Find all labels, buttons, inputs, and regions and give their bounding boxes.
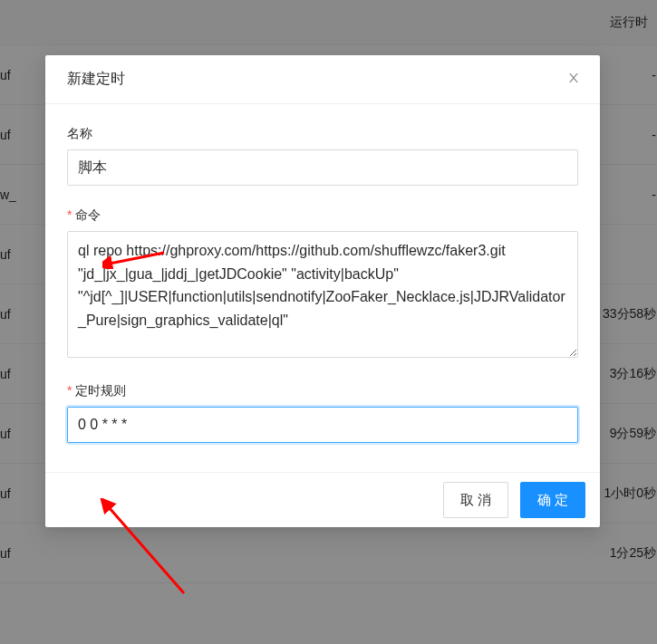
close-button[interactable]	[564, 70, 584, 90]
modal-header: 新建定时	[45, 55, 600, 104]
confirm-button[interactable]: 确 定	[520, 482, 585, 518]
form-item-command: 命令	[67, 207, 578, 361]
command-input[interactable]	[67, 231, 578, 358]
modal-title: 新建定时	[67, 70, 578, 89]
modal-footer: 取 消 确 定	[45, 472, 600, 527]
modal-body: 名称 命令 定时规则	[45, 104, 600, 472]
schedule-input[interactable]	[67, 407, 578, 443]
form-item-schedule: 定时规则	[67, 383, 578, 443]
schedule-label: 定时规则	[67, 383, 578, 399]
name-label: 名称	[67, 126, 578, 142]
close-icon	[566, 71, 581, 89]
command-label: 命令	[67, 207, 578, 224]
form-item-name: 名称	[67, 126, 578, 186]
modal-dialog: 新建定时 名称 命令 定时规则 取 消 确 定	[45, 55, 600, 527]
name-input[interactable]	[67, 149, 578, 186]
cancel-button[interactable]: 取 消	[443, 482, 508, 518]
